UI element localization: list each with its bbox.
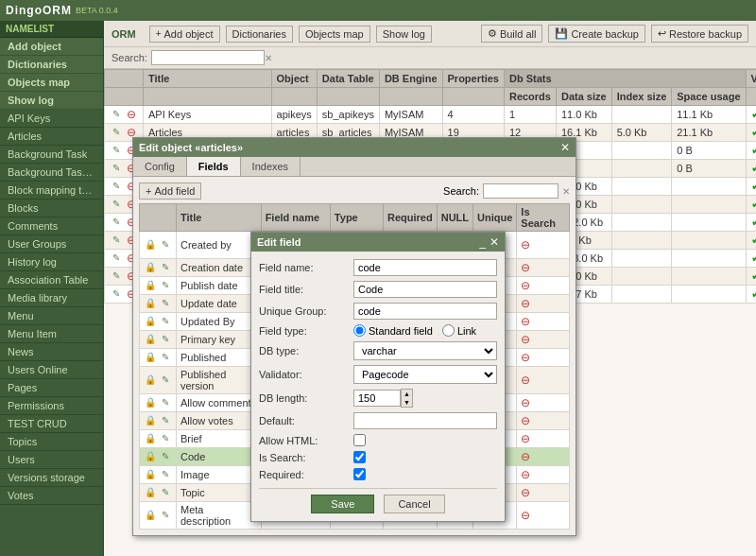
search-clear-button[interactable]: ✕ <box>265 53 272 63</box>
tab-config[interactable]: Config <box>133 157 187 176</box>
field-edit-icon[interactable]: ✎ <box>159 468 172 481</box>
sidebar-item-objects-map[interactable]: Objects map <box>0 74 103 92</box>
sidebar-item-dictionaries[interactable]: Dictionaries <box>0 56 103 74</box>
field-edit-icon[interactable]: ✎ <box>159 432 172 445</box>
sidebar-item-menu-item[interactable]: Menu Item <box>0 325 103 343</box>
edit-icon[interactable]: ✎ <box>110 216 123 229</box>
dictionaries-button[interactable]: Dictionaries <box>226 26 293 43</box>
sidebar-item-menu[interactable]: Menu <box>0 307 103 325</box>
edit-icon[interactable]: ✎ <box>110 287 123 301</box>
field-edit-icon[interactable]: ✎ <box>159 297 172 310</box>
sidebar-item-news[interactable]: News <box>0 343 103 361</box>
field-type-standard-radio[interactable] <box>353 324 366 337</box>
is-search-checkbox[interactable] <box>353 451 366 463</box>
sidebar-item-votes[interactable]: Votes <box>0 487 103 505</box>
row-indexsize <box>611 196 672 214</box>
field-row-actions: 🔒 ✎ <box>140 232 177 259</box>
sidebar-item-show-log[interactable]: Show log <box>0 92 103 110</box>
edit-dialog-close-button[interactable]: ✕ <box>490 235 499 249</box>
field-type-link-label[interactable]: Link <box>442 324 476 337</box>
create-backup-button[interactable]: 💾 Create backup <box>548 25 645 43</box>
sidebar-item-pages[interactable]: Pages <box>0 379 103 397</box>
field-row-title: Creation date <box>177 259 262 277</box>
field-edit-icon[interactable]: ✎ <box>159 279 172 292</box>
sidebar-item-comments[interactable]: Comments <box>0 217 103 235</box>
sidebar-item-media-library[interactable]: Media library <box>0 289 103 307</box>
is-search-label: Is Search: <box>259 452 353 463</box>
field-edit-icon[interactable]: ✎ <box>159 486 172 499</box>
show-log-button[interactable]: Show log <box>376 26 432 43</box>
db-length-input[interactable] <box>353 390 401 407</box>
sidebar-item-association-table[interactable]: Association Table <box>0 271 103 289</box>
col-subheader-indexsize: Index size <box>611 88 672 106</box>
add-object-button[interactable]: + Add object <box>149 26 220 43</box>
sidebar-item-user-groups[interactable]: User Groups <box>0 235 103 253</box>
db-length-up[interactable]: ▲ <box>402 390 412 398</box>
sidebar-item-permissions[interactable]: Permissions <box>0 397 103 415</box>
sidebar-item-background-task[interactable]: Background Task <box>0 146 103 164</box>
sidebar-item-block-mapping-table[interactable]: Block mapping table <box>0 182 103 200</box>
edit-icon[interactable]: ✎ <box>110 234 123 247</box>
sidebar-item-versions-storage[interactable]: Versions storage <box>0 469 103 487</box>
field-edit-icon[interactable]: ✎ <box>159 315 172 328</box>
delete-icon[interactable]: ⊖ <box>125 108 138 121</box>
sidebar-item-history-log[interactable]: History log <box>0 253 103 271</box>
field-edit-icon[interactable]: ✎ <box>159 333 172 346</box>
validator-select[interactable]: Pagecode None Email URL Number <box>353 365 497 384</box>
objects-map-button[interactable]: Objects map <box>299 26 370 43</box>
search-input[interactable] <box>151 50 265 65</box>
sidebar-item-add-object[interactable]: Add object <box>0 38 103 56</box>
edit-icon[interactable]: ✎ <box>110 198 123 211</box>
edit-icon[interactable]: ✎ <box>110 144 123 157</box>
restore-backup-button[interactable]: ↩ Restore backup <box>651 25 748 43</box>
field-title-input[interactable] <box>353 281 497 298</box>
sidebar-item-blocks[interactable]: Blocks <box>0 200 103 217</box>
cancel-button[interactable]: Cancel <box>384 495 444 513</box>
db-length-spinners[interactable]: ▲ ▼ <box>401 389 413 408</box>
validator-row: Validator: Pagecode None Email URL Numbe… <box>259 365 497 384</box>
save-button[interactable]: Save <box>311 495 374 513</box>
required-checkbox[interactable] <box>353 468 366 480</box>
required-label: Required: <box>259 469 353 480</box>
edit-dialog-minimize[interactable]: _ <box>479 235 486 249</box>
tab-fields[interactable]: Fields <box>187 157 241 176</box>
edit-icon[interactable]: ✎ <box>110 269 123 283</box>
fields-search-clear[interactable]: ✕ <box>562 186 570 197</box>
edit-icon[interactable]: ✎ <box>110 126 123 139</box>
field-edit-icon[interactable]: ✎ <box>159 396 172 409</box>
add-field-button[interactable]: + Add field <box>139 182 201 200</box>
db-length-down[interactable]: ▼ <box>402 398 412 407</box>
field-edit-icon[interactable]: ✎ <box>159 238 172 252</box>
sidebar-item-articles[interactable]: Articles <box>0 128 103 146</box>
build-all-button[interactable]: ⚙ Build all <box>481 25 543 43</box>
allow-html-checkbox[interactable] <box>353 434 366 446</box>
sidebar-item-users-online[interactable]: Users Online <box>0 361 103 379</box>
tab-indexes[interactable]: Indexes <box>241 157 301 176</box>
sidebar-item-test-crud[interactable]: TEST CRUD <box>0 415 103 433</box>
sidebar-item-users[interactable]: Users <box>0 451 103 469</box>
edit-icon[interactable]: ✎ <box>110 108 123 121</box>
default-input[interactable] <box>353 412 497 429</box>
fields-search-input[interactable] <box>483 183 558 199</box>
field-type-link-radio[interactable] <box>442 324 455 337</box>
field-edit-icon[interactable]: ✎ <box>159 351 172 364</box>
edit-icon[interactable]: ✎ <box>110 162 123 175</box>
sidebar-item-background-task-signal[interactable]: Background Task Signal <box>0 164 103 182</box>
field-edit-icon[interactable]: ✎ <box>159 374 172 387</box>
unique-group-input[interactable] <box>353 303 497 320</box>
field-edit-icon[interactable]: ✎ <box>159 450 172 463</box>
default-value <box>353 412 497 429</box>
issearch-status-icon: ⊖ <box>521 333 530 346</box>
field-edit-icon[interactable]: ✎ <box>159 261 172 274</box>
edit-icon[interactable]: ✎ <box>110 252 123 265</box>
field-edit-icon[interactable]: ✎ <box>159 414 172 427</box>
field-edit-icon[interactable]: ✎ <box>159 509 172 522</box>
obj-dialog-close-button[interactable]: ✕ <box>560 141 570 154</box>
field-type-standard-label[interactable]: Standard field <box>353 324 433 337</box>
db-type-select[interactable]: varchar text int bigint tinyint float da… <box>353 341 497 360</box>
app-beta: BETA <box>76 6 97 15</box>
edit-icon[interactable]: ✎ <box>110 180 123 193</box>
sidebar-item-topics[interactable]: Topics <box>0 433 103 451</box>
field-name-input[interactable] <box>353 259 497 276</box>
sidebar-item-api-keys[interactable]: API Keys <box>0 110 103 128</box>
